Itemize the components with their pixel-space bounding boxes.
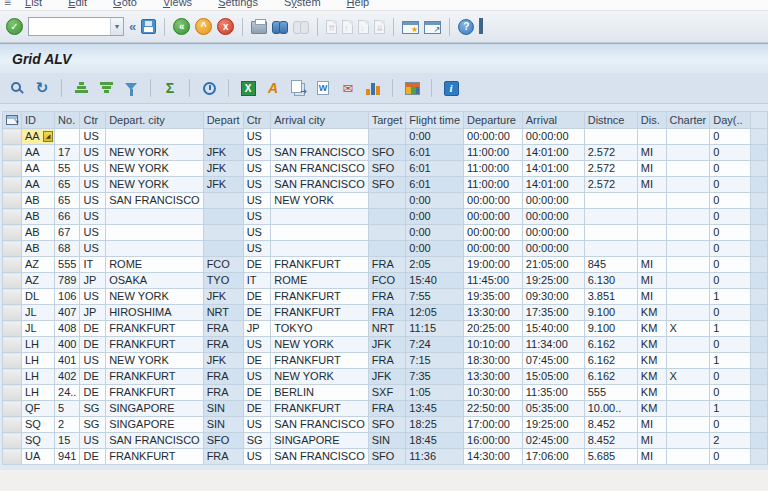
back-icon[interactable]: « bbox=[173, 18, 190, 35]
grid-cell-depcity[interactable]: NEW YORK bbox=[106, 289, 203, 305]
grid-cell-depart[interactable]: JFK bbox=[203, 145, 243, 161]
column-header-filler[interactable] bbox=[750, 112, 767, 129]
grid-cell-dis[interactable] bbox=[637, 225, 666, 241]
grid-cell-ftime[interactable]: 13:45 bbox=[406, 401, 464, 417]
word-document-icon[interactable]: W bbox=[314, 79, 332, 97]
menu-item-goto[interactable]: Goto bbox=[113, 0, 137, 8]
grid-cell-day[interactable]: 0 bbox=[710, 209, 751, 225]
grid-cell-ctr1[interactable]: IT bbox=[80, 257, 106, 273]
grid-cell-arrival[interactable]: 11:35:00 bbox=[522, 385, 584, 401]
grid-cell-arrival[interactable]: 00:00:00 bbox=[522, 241, 584, 257]
grid-cell-arrival[interactable]: 11:34:00 bbox=[522, 337, 584, 353]
grid-cell-ctr2[interactable]: US bbox=[243, 337, 271, 353]
grid-cell-depcity[interactable] bbox=[106, 209, 203, 225]
grid-cell-target[interactable]: SFO bbox=[368, 417, 406, 433]
grid-cell-dis[interactable] bbox=[637, 129, 666, 145]
grid-cell-departure[interactable]: 00:00:00 bbox=[464, 193, 523, 209]
grid-cell-distnce[interactable]: 3.851 bbox=[584, 289, 637, 305]
grid-cell-target[interactable]: SXF bbox=[368, 385, 406, 401]
grid-cell-arrival[interactable]: 19:25:00 bbox=[522, 273, 584, 289]
grid-cell-distnce[interactable]: 845 bbox=[584, 257, 637, 273]
grid-cell-no[interactable]: 789 bbox=[55, 273, 80, 289]
grid-cell-ftime[interactable]: 7:35 bbox=[406, 369, 464, 385]
grid-cell-dis[interactable] bbox=[637, 193, 666, 209]
column-header-depart[interactable]: Depart bbox=[203, 112, 243, 129]
grid-cell-no[interactable]: 2 bbox=[55, 417, 80, 433]
grid-cell-ctr1[interactable]: US bbox=[80, 241, 106, 257]
grid-cell-ctr2[interactable]: US bbox=[243, 209, 271, 225]
menu-item-system[interactable]: System bbox=[284, 0, 321, 8]
row-selector[interactable] bbox=[3, 385, 22, 401]
abc-analysis-icon[interactable] bbox=[200, 79, 218, 97]
grid-cell-distnce[interactable] bbox=[584, 129, 637, 145]
sort-descending-icon[interactable] bbox=[97, 79, 115, 97]
grid-cell-ftime[interactable]: 12:05 bbox=[406, 305, 464, 321]
word-processing-icon[interactable]: A bbox=[264, 79, 282, 97]
grid-cell-ctr2[interactable]: US bbox=[243, 177, 271, 193]
menu-icon[interactable]: ≡ bbox=[4, 0, 11, 9]
grid-cell-target[interactable]: FRA bbox=[368, 289, 406, 305]
grid-cell-depart[interactable]: FRA bbox=[203, 449, 243, 465]
grid-cell-id[interactable]: AB bbox=[22, 209, 55, 225]
grid-cell-arrival[interactable]: 15:40:00 bbox=[522, 321, 584, 337]
grid-cell-arrival[interactable]: 07:45:00 bbox=[522, 353, 584, 369]
column-header-day[interactable]: Day(.. bbox=[710, 112, 751, 129]
grid-cell-ctr2[interactable]: DE bbox=[243, 401, 271, 417]
grid-cell-ctr2[interactable]: IT bbox=[243, 273, 271, 289]
grid-cell-departure[interactable]: 22:50:00 bbox=[464, 401, 523, 417]
grid-cell-ctr1[interactable]: DE bbox=[80, 385, 106, 401]
column-header-ctr1[interactable]: Ctr bbox=[80, 112, 106, 129]
grid-cell-depcity[interactable]: NEW YORK bbox=[106, 353, 203, 369]
column-header-ctr2[interactable]: Ctr bbox=[243, 112, 271, 129]
grid-cell-dis[interactable]: KM bbox=[637, 305, 666, 321]
grid-cell-departure[interactable]: 18:30:00 bbox=[464, 353, 523, 369]
grid-cell-charter[interactable] bbox=[666, 353, 710, 369]
grid-cell-ctr1[interactable]: US bbox=[80, 433, 106, 449]
grid-cell-ftime[interactable]: 0:00 bbox=[406, 241, 464, 257]
row-selector[interactable] bbox=[3, 337, 22, 353]
grid-cell-depart[interactable]: TYO bbox=[203, 273, 243, 289]
grid-cell-arrcity[interactable] bbox=[271, 241, 368, 257]
grid-cell-distnce[interactable] bbox=[584, 241, 637, 257]
grid-cell-day[interactable]: 0 bbox=[710, 273, 751, 289]
grid-cell-id[interactable]: JL bbox=[22, 305, 55, 321]
row-selector[interactable] bbox=[3, 305, 22, 321]
grid-cell-day[interactable]: 0 bbox=[710, 193, 751, 209]
find-next-icon[interactable] bbox=[293, 21, 309, 33]
previous-page-icon[interactable]: ↑ bbox=[342, 20, 353, 34]
grid-cell-depart[interactable] bbox=[203, 225, 243, 241]
grid-cell-id[interactable]: AB bbox=[22, 241, 55, 257]
grid-cell-target[interactable]: SFO bbox=[368, 449, 406, 465]
grid-cell-ctr2[interactable]: US bbox=[243, 417, 271, 433]
command-field[interactable] bbox=[29, 19, 110, 34]
grid-cell-id[interactable]: LH bbox=[22, 337, 55, 353]
grid-cell-dis[interactable]: MI bbox=[637, 273, 666, 289]
grid-cell-charter[interactable] bbox=[666, 385, 710, 401]
grid-cell-no[interactable] bbox=[55, 129, 80, 145]
row-selector[interactable] bbox=[3, 401, 22, 417]
grid-cell-id[interactable]: AB bbox=[22, 193, 55, 209]
grid-cell-target[interactable]: SFO bbox=[368, 177, 406, 193]
row-selector[interactable] bbox=[3, 289, 22, 305]
create-shortcut-icon[interactable]: ↗ bbox=[424, 21, 441, 34]
last-page-icon[interactable]: ⇊ bbox=[374, 20, 385, 34]
grid-cell-depcity[interactable]: NEW YORK bbox=[106, 177, 203, 193]
grid-cell-no[interactable]: 68 bbox=[55, 241, 80, 257]
grid-cell-distnce[interactable]: 8.452 bbox=[584, 433, 637, 449]
grid-cell-departure[interactable]: 11:00:00 bbox=[464, 145, 523, 161]
grid-cell-depcity[interactable]: NEW YORK bbox=[106, 145, 203, 161]
grid-cell-arrcity[interactable]: TOKYO bbox=[271, 321, 368, 337]
grid-cell-arrival[interactable]: 02:45:00 bbox=[522, 433, 584, 449]
select-all-corner[interactable] bbox=[3, 112, 22, 129]
grid-cell-ftime[interactable]: 15:40 bbox=[406, 273, 464, 289]
grid-cell-distnce[interactable] bbox=[584, 193, 637, 209]
row-selector[interactable] bbox=[3, 369, 22, 385]
send-icon[interactable]: ✉ bbox=[339, 79, 357, 97]
grid-cell-ctr2[interactable]: US bbox=[243, 129, 271, 145]
grid-cell-id[interactable]: SQ bbox=[22, 417, 55, 433]
grid-cell-arrival[interactable]: 14:01:00 bbox=[522, 177, 584, 193]
grid-cell-arrcity[interactable]: NEW YORK bbox=[271, 193, 368, 209]
grid-cell-charter[interactable] bbox=[666, 225, 710, 241]
grid-cell-arrival[interactable]: 17:06:00 bbox=[522, 449, 584, 465]
enter-icon[interactable]: ✓ bbox=[6, 18, 23, 35]
